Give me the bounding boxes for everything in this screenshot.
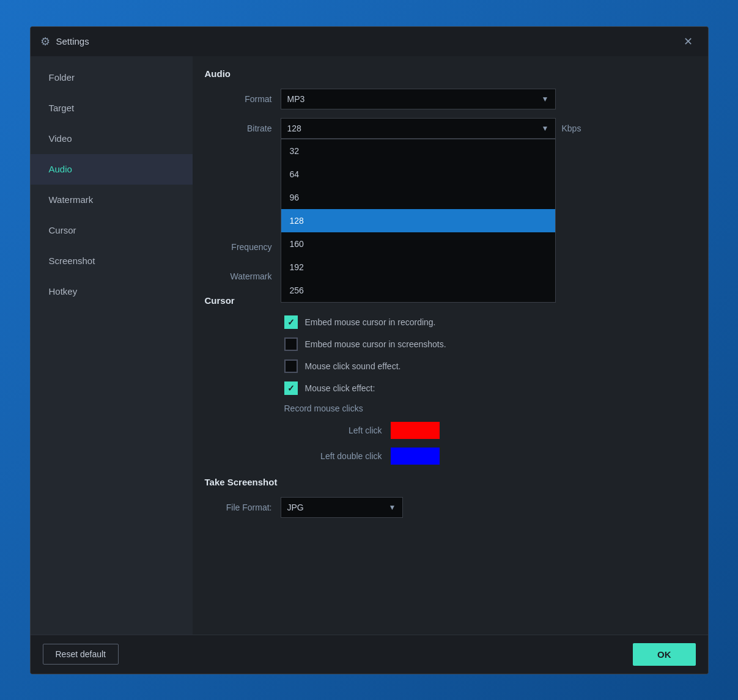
settings-window: ⚙ Settings ✕ Folder Target Video Audio W… xyxy=(30,26,709,674)
footer: Reset default OK xyxy=(31,635,708,674)
bitrate-option-192[interactable]: 192 xyxy=(281,256,555,279)
sidebar-item-hotkey[interactable]: Hotkey xyxy=(31,276,193,307)
frequency-label: Frequency xyxy=(205,242,272,252)
bitrate-value: 128 xyxy=(287,123,301,133)
checkbox-row-click-effect: Mouse click effect: xyxy=(205,381,690,395)
sidebar-item-watermark[interactable]: Watermark xyxy=(31,185,193,215)
record-clicks-label: Record mouse clicks xyxy=(205,403,690,413)
sidebar-item-screenshot[interactable]: Screenshot xyxy=(31,246,193,276)
format-dropdown-arrow: ▼ xyxy=(542,95,549,103)
close-button[interactable]: ✕ xyxy=(679,32,698,51)
sidebar-item-audio[interactable]: Audio xyxy=(31,154,193,185)
bitrate-dropdown-arrow: ▼ xyxy=(542,124,549,133)
screenshot-section-title: Take Screenshot xyxy=(205,477,690,487)
checkbox-row-embed-screenshots: Embed mouse cursor in screenshots. xyxy=(205,337,690,351)
cursor-section: Cursor Embed mouse cursor in recording. … xyxy=(205,295,690,465)
format-row: Format MP3 ▼ xyxy=(205,89,690,109)
checkbox-embed-recording[interactable] xyxy=(284,315,298,329)
window-title: Settings xyxy=(56,36,679,46)
bitrate-row: Bitrate 128 ▼ 32 64 96 128 160 xyxy=(205,118,690,139)
left-click-label: Left click xyxy=(284,426,382,435)
kbps-label: Kbps xyxy=(562,123,581,133)
bitrate-option-32[interactable]: 32 xyxy=(281,139,555,163)
bitrate-option-256[interactable]: 256 xyxy=(281,279,555,302)
bitrate-option-64[interactable]: 64 xyxy=(281,163,555,186)
bitrate-option-160[interactable]: 160 xyxy=(281,232,555,256)
audio-section-title: Audio xyxy=(205,68,690,79)
file-format-row: File Format: JPG ▼ xyxy=(205,497,690,518)
checkbox-label-click-effect: Mouse click effect: xyxy=(305,383,375,393)
bitrate-select[interactable]: 128 ▼ xyxy=(281,118,556,139)
left-click-color-swatch[interactable] xyxy=(391,422,440,439)
settings-icon: ⚙ xyxy=(40,35,50,48)
checkbox-label-embed-screenshots: Embed mouse cursor in screenshots. xyxy=(305,339,446,349)
file-format-value: JPG xyxy=(287,503,304,512)
left-click-row: Left click xyxy=(205,422,690,439)
content-area: Folder Target Video Audio Watermark Curs… xyxy=(31,56,708,635)
sidebar: Folder Target Video Audio Watermark Curs… xyxy=(31,56,193,635)
sidebar-item-cursor[interactable]: Cursor xyxy=(31,215,193,246)
format-label: Format xyxy=(205,94,272,104)
checkbox-label-embed-recording: Embed mouse cursor in recording. xyxy=(305,317,436,327)
checkbox-label-click-sound: Mouse click sound effect. xyxy=(305,361,401,371)
sidebar-item-video[interactable]: Video xyxy=(31,123,193,154)
file-format-select[interactable]: JPG ▼ xyxy=(281,497,403,518)
left-double-click-label: Left double click xyxy=(284,451,382,461)
file-format-dropdown-arrow: ▼ xyxy=(389,503,396,512)
bitrate-dropdown: 32 64 96 128 160 192 256 xyxy=(281,139,556,303)
checkbox-click-sound[interactable] xyxy=(284,359,298,373)
left-double-click-row: Left double click xyxy=(205,448,690,465)
format-select[interactable]: MP3 ▼ xyxy=(281,89,556,109)
main-panel: Audio Format MP3 ▼ Bitrate 128 ▼ xyxy=(193,56,708,635)
checkbox-embed-screenshots[interactable] xyxy=(284,337,298,351)
main-scroll-area[interactable]: Audio Format MP3 ▼ Bitrate 128 ▼ xyxy=(193,56,708,635)
ok-button[interactable]: OK xyxy=(633,643,696,666)
reset-default-button[interactable]: Reset default xyxy=(43,644,119,665)
bitrate-option-128[interactable]: 128 xyxy=(281,209,555,232)
sidebar-item-folder[interactable]: Folder xyxy=(31,62,193,93)
watermark-label: Watermark xyxy=(205,271,272,281)
title-bar: ⚙ Settings ✕ xyxy=(31,27,708,56)
checkbox-click-effect[interactable] xyxy=(284,381,298,395)
file-format-label: File Format: xyxy=(205,503,272,512)
screenshot-section: Take Screenshot File Format: JPG ▼ xyxy=(205,477,690,518)
checkbox-row-embed-recording: Embed mouse cursor in recording. xyxy=(205,315,690,329)
checkbox-row-click-sound: Mouse click sound effect. xyxy=(205,359,690,373)
left-double-click-color-swatch[interactable] xyxy=(391,448,440,465)
bitrate-label: Bitrate xyxy=(205,123,272,133)
format-value: MP3 xyxy=(287,94,305,104)
sidebar-item-target[interactable]: Target xyxy=(31,93,193,123)
bitrate-option-96[interactable]: 96 xyxy=(281,186,555,209)
